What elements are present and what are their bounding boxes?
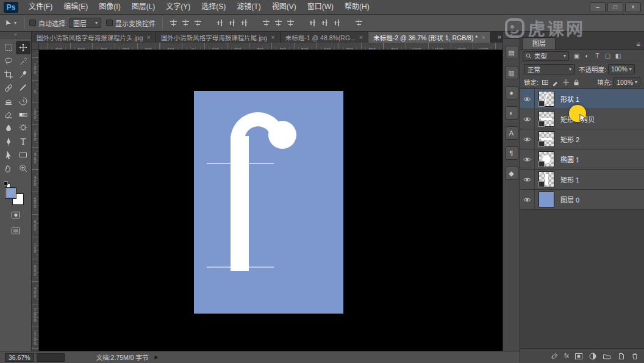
link-layers-icon[interactable] xyxy=(550,352,559,361)
filter-shape-layers-icon[interactable]: ▢ xyxy=(603,51,613,61)
layer-visibility-toggle[interactable] xyxy=(520,170,535,189)
menu-item[interactable]: 文字(Y) xyxy=(160,0,196,14)
brush-tool[interactable] xyxy=(16,81,30,95)
history-brush-tool[interactable] xyxy=(16,95,30,108)
tool-preset-picker[interactable]: ▾ xyxy=(0,19,20,27)
document-tab[interactable]: 国外小清新风格字母海报课程片尾.jpg × xyxy=(156,32,281,43)
lasso-tool[interactable] xyxy=(1,54,16,68)
document-tab[interactable]: 未标题-2 @ 36.7% (形状 1, RGB/8) * × xyxy=(368,32,491,43)
auto-select-checkbox[interactable] xyxy=(29,20,36,26)
menu-item[interactable]: 选择(S) xyxy=(196,0,231,14)
tab-overflow-icon[interactable]: » xyxy=(498,33,501,40)
lock-all-icon[interactable] xyxy=(571,77,581,87)
new-adjustment-layer-icon[interactable] xyxy=(589,352,597,361)
align-vertical-centers[interactable] xyxy=(179,17,191,29)
close-tab-icon[interactable]: × xyxy=(359,34,363,41)
layer-row[interactable]: 矩形 2 xyxy=(520,129,644,149)
filter-smart-objects-icon[interactable]: ◧ xyxy=(613,51,623,61)
add-layer-mask-icon[interactable] xyxy=(574,352,583,361)
close-tab-icon[interactable]: × xyxy=(271,34,274,41)
document-tab[interactable]: 国外小清新风格字母海报课程片头.jpg × xyxy=(32,32,156,43)
crop-tool[interactable] xyxy=(1,68,16,81)
type-tool[interactable] xyxy=(16,135,30,148)
distribute-bottom-edges[interactable] xyxy=(284,17,296,29)
menu-item[interactable]: 图像(I) xyxy=(93,0,126,14)
menu-item[interactable]: 窗口(W) xyxy=(302,0,339,14)
color-panel-icon[interactable]: ▤ xyxy=(505,46,518,59)
distribute-right-edges[interactable] xyxy=(331,17,343,29)
minimize-button[interactable]: – xyxy=(590,2,606,12)
layer-thumbnail[interactable] xyxy=(538,91,554,107)
close-tab-icon[interactable]: × xyxy=(146,34,150,41)
document-tab[interactable]: 未标题-1 @ 48.8%(RG... × xyxy=(281,32,369,43)
filter-pixel-layers-icon[interactable]: ▣ xyxy=(571,51,582,61)
histogram-panel-icon[interactable]: ▥ xyxy=(505,66,518,79)
status-options-well[interactable] xyxy=(37,353,65,362)
auto-select-target-dropdown[interactable]: 图层 ▾ xyxy=(70,18,101,28)
zoom-level-field[interactable]: 36.67% xyxy=(5,353,34,362)
lock-image-pixels-icon[interactable] xyxy=(551,77,560,87)
character-panel-icon[interactable]: A xyxy=(505,126,518,140)
status-flyout-icon[interactable]: ▶ xyxy=(154,354,158,360)
quick-selection-tool[interactable] xyxy=(16,54,30,68)
menu-item[interactable]: 滤镜(T) xyxy=(231,0,266,14)
tab-layers[interactable]: 图层 xyxy=(523,37,556,49)
fill-dropdown[interactable]: 100% ▾ xyxy=(614,77,640,87)
restore-button[interactable]: □ xyxy=(607,2,623,12)
layer-thumbnail[interactable] xyxy=(538,111,554,127)
close-button[interactable]: × xyxy=(625,2,641,12)
styles-panel-icon[interactable]: ◆ xyxy=(505,167,518,180)
layer-thumbnail[interactable] xyxy=(538,151,554,167)
menu-item[interactable]: 文件(F) xyxy=(23,0,58,14)
layer-visibility-toggle[interactable] xyxy=(520,190,535,209)
layer-visibility-toggle[interactable] xyxy=(520,109,535,129)
filter-type-layers-icon[interactable]: T xyxy=(592,51,603,61)
eyedropper-tool[interactable] xyxy=(16,68,30,81)
align-horizontal-centers[interactable] xyxy=(226,17,238,29)
panel-menu-icon[interactable]: ≡ xyxy=(637,40,640,48)
lock-transparent-pixels-icon[interactable] xyxy=(540,77,550,87)
adjustments-panel-icon[interactable]: ◐ xyxy=(505,106,518,120)
layer-thumbnail[interactable] xyxy=(538,171,554,187)
menu-item[interactable]: 视图(V) xyxy=(267,0,302,14)
distribute-vertical-centers[interactable] xyxy=(272,17,284,29)
canvas-area[interactable] xyxy=(39,50,503,351)
info-panel-icon[interactable]: ● xyxy=(505,86,518,99)
layer-row[interactable]: 矩形 1 xyxy=(520,170,644,190)
blur-tool[interactable] xyxy=(1,121,16,135)
foreground-color-swatch[interactable] xyxy=(5,187,16,199)
layer-thumbnail[interactable] xyxy=(538,192,554,207)
path-selection-tool[interactable] xyxy=(1,148,16,162)
align-bottom-edges[interactable] xyxy=(191,17,204,29)
blend-mode-dropdown[interactable]: 正常 ▾ xyxy=(524,64,575,74)
new-layer-icon[interactable] xyxy=(617,352,625,361)
distribute-top-edges[interactable] xyxy=(260,17,272,29)
layer-visibility-toggle[interactable] xyxy=(520,129,535,149)
paragraph-panel-icon[interactable]: ¶ xyxy=(505,146,518,160)
layer-style-icon[interactable]: fx xyxy=(564,353,569,359)
auto-align-layers[interactable] xyxy=(352,17,365,29)
layer-row[interactable]: 图层 0 xyxy=(520,190,644,210)
rectangle-tool[interactable] xyxy=(16,148,30,162)
align-right-edges[interactable] xyxy=(238,17,250,29)
layer-visibility-toggle[interactable] xyxy=(520,149,535,169)
menu-item[interactable]: 帮助(H) xyxy=(339,0,375,14)
delete-layer-icon[interactable] xyxy=(631,352,639,361)
show-transform-checkbox[interactable] xyxy=(106,20,113,26)
menu-item[interactable]: 编辑(E) xyxy=(58,0,93,14)
new-group-icon[interactable] xyxy=(603,352,611,361)
spot-healing-brush-tool[interactable] xyxy=(1,81,16,95)
vertical-ruler[interactable]: 100010020030040050060070080090010001100 xyxy=(32,50,39,351)
lock-position-icon[interactable] xyxy=(561,77,571,87)
canvas-artboard[interactable] xyxy=(194,91,343,314)
gradient-tool[interactable] xyxy=(16,108,30,121)
clone-stamp-tool[interactable] xyxy=(1,95,16,108)
quick-mask-mode-button[interactable] xyxy=(9,209,23,220)
layer-thumbnail[interactable] xyxy=(538,131,554,147)
eraser-tool[interactable] xyxy=(1,108,16,121)
pen-tool[interactable] xyxy=(1,135,16,148)
distribute-left-edges[interactable] xyxy=(306,17,318,29)
horizontal-ruler[interactable]: 6005004003002001000100200300400500600700… xyxy=(39,43,503,50)
expand-panels-icon[interactable]: « xyxy=(503,32,520,39)
opacity-dropdown[interactable]: 100% ▾ xyxy=(608,64,635,74)
